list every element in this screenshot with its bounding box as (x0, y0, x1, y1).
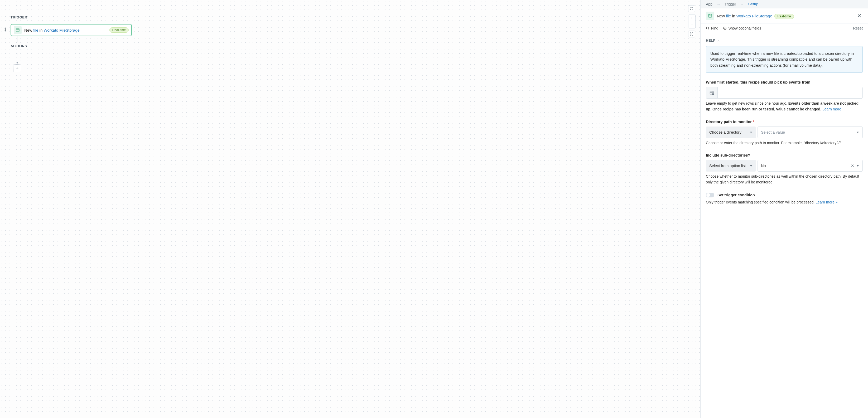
svg-point-1 (691, 34, 692, 34)
dir-value-select[interactable]: Select a value ▼ (757, 127, 863, 138)
panel-toolbar: Find Show optional fields Reset (701, 24, 868, 33)
svg-point-3 (706, 27, 709, 29)
external-link-icon: ↗ (835, 201, 838, 204)
tab-setup[interactable]: Setup (748, 0, 758, 8)
trigger-title: New file in Workato FileStorage (24, 28, 107, 32)
calendar-icon (706, 87, 718, 98)
chevron-up-icon: ︿ (717, 38, 720, 42)
since-hint: Leave empty to get new rows since one ho… (706, 101, 863, 112)
realtime-badge: Real-time (110, 27, 129, 33)
close-panel-button[interactable]: ✕ (856, 11, 863, 20)
tab-trigger[interactable]: Trigger (724, 1, 736, 8)
zoom-out-button[interactable]: − (688, 21, 695, 28)
config-panel: App → Trigger → Setup New file in Workat… (700, 0, 868, 418)
chevron-down-icon: ▼ (750, 164, 752, 167)
reset-zoom-button[interactable] (688, 5, 695, 12)
chevron-down-icon: ▼ (857, 164, 859, 167)
help-text: Used to trigger real-time when a new fil… (706, 46, 863, 73)
subdir-value-select[interactable]: No ✕ ▼ (757, 160, 863, 171)
subdir-mode-select[interactable]: Select from option list ▼ (706, 160, 756, 171)
actions-section-label: ACTIONS (10, 44, 132, 48)
panel-tabs: App → Trigger → Setup (701, 0, 868, 8)
zoom-in-button[interactable]: + (688, 14, 695, 21)
subdir-hint: Choose whether to monitor sub-directorie… (706, 174, 863, 185)
show-optional-button[interactable]: Show optional fields (723, 26, 761, 30)
dir-hint: Choose or enter the directory path to mo… (706, 140, 863, 146)
fit-view-button[interactable] (688, 31, 695, 37)
flow-arrow-icon: ▼ (16, 61, 132, 64)
trigger-condition-hint: Only trigger events matching specified c… (706, 199, 863, 205)
svg-rect-2 (709, 14, 712, 18)
svg-rect-0 (16, 29, 19, 32)
since-input[interactable] (706, 87, 863, 99)
subdir-label: Include sub-directories? (706, 153, 863, 157)
trigger-step-card[interactable]: New file in Workato FileStorage Real-tim… (10, 24, 132, 36)
chevron-down-icon: ▼ (857, 131, 859, 134)
filestorage-app-icon (706, 11, 714, 20)
reset-button[interactable]: Reset (853, 26, 863, 30)
chevron-down-icon: ▼ (750, 131, 752, 134)
dir-label: Directory path to monitor * (706, 120, 863, 124)
panel-header: New file in Workato FileStorage Real-tim… (701, 8, 868, 24)
condition-learn-more-link[interactable]: Learn more↗ (815, 200, 838, 204)
step-number: 1 (4, 27, 6, 32)
trigger-condition-label: Set trigger condition (717, 193, 755, 197)
plus-circle-icon (723, 26, 727, 30)
arrow-right-icon: → (717, 2, 720, 6)
since-label: When first started, this recipe should p… (706, 80, 863, 84)
recipe-canvas: TRIGGER 1 New file in Workato FileStorag… (0, 0, 700, 418)
dir-mode-select[interactable]: Choose a directory ▼ (706, 127, 756, 138)
realtime-badge: Real-time (774, 14, 794, 19)
add-action-button[interactable]: + (13, 64, 21, 72)
since-learn-more-link[interactable]: Learn more (823, 107, 841, 111)
trigger-condition-toggle[interactable] (706, 193, 714, 197)
arrow-right-icon: → (740, 2, 744, 6)
find-button[interactable]: Find (706, 26, 718, 30)
help-toggle[interactable]: HELP ︿ (706, 38, 863, 42)
panel-title: New file in Workato FileStorage Real-tim… (717, 14, 854, 18)
clear-value-icon[interactable]: ✕ (851, 163, 854, 168)
since-textfield[interactable] (718, 87, 863, 98)
tab-app[interactable]: App (706, 1, 712, 8)
filestorage-app-icon (14, 26, 22, 34)
trigger-section-label: TRIGGER (10, 15, 132, 19)
search-icon (706, 26, 710, 30)
